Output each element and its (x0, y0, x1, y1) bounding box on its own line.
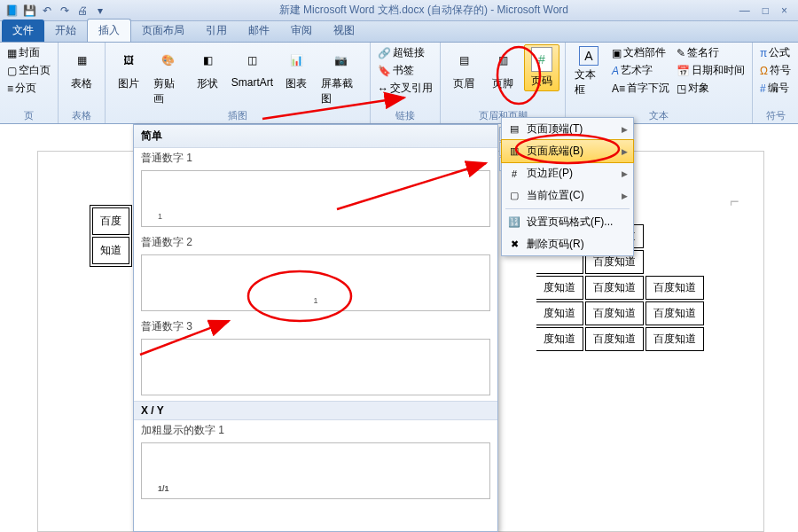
submenu-arrow-icon: ▶ (622, 192, 628, 200)
footer-icon: ▥ (489, 46, 517, 74)
dropcap-button[interactable]: A≡首字下沉 (610, 80, 671, 97)
object-icon: ◳ (677, 82, 686, 95)
maximize-button[interactable]: □ (763, 4, 769, 17)
chart-button[interactable]: 📊图表 (278, 44, 314, 93)
gallery-section-xy: X / Y (134, 401, 497, 420)
page-number-gallery: ▲ ▼ ≡ 简单 普通数字 1 1 普通数字 2 1 普通数字 3 X / Y … (133, 124, 498, 532)
calendar-icon: 📅 (677, 65, 690, 77)
doc-table-left[interactable]: 百度 知道 (90, 205, 132, 267)
close-button[interactable]: × (781, 4, 787, 17)
minimize-button[interactable]: — (739, 4, 750, 17)
ribbon: ▦封面 ▢空白页 ≡分页 页 ▦表格 表格 🖼图片 🎨剪贴画 ◧形状 ◫Smar… (0, 43, 798, 124)
table-button[interactable]: ▦表格 (64, 44, 99, 93)
cell[interactable]: 百度知道 (645, 327, 704, 351)
hyperlink-button[interactable]: 🔗超链接 (376, 44, 434, 61)
cell[interactable]: 百度知道 (585, 327, 644, 351)
cell[interactable]: 度知道 (536, 276, 583, 300)
menu-format-page-numbers[interactable]: 🔢设置页码格式(F)... (502, 211, 633, 233)
signature-icon: ✎ (677, 47, 685, 59)
redo-icon[interactable]: ↷ (57, 3, 73, 19)
gallery-item-plain2[interactable]: 1 (141, 254, 490, 311)
save-icon[interactable]: 💾 (21, 3, 37, 19)
tab-view[interactable]: 视图 (323, 20, 365, 42)
undo-icon[interactable]: ↶ (39, 3, 55, 19)
equation-button[interactable]: π公式 (758, 44, 793, 61)
footer-button[interactable]: ▥页脚 (485, 44, 520, 93)
tab-layout[interactable]: 页面布局 (131, 20, 195, 42)
tab-references[interactable]: 引用 (195, 20, 238, 42)
wordart-button[interactable]: A艺术字 (610, 62, 671, 79)
pi-icon: π (760, 47, 767, 59)
shapes-icon: ◧ (193, 46, 222, 74)
dropcap-icon: A≡ (612, 82, 625, 95)
page-corner-mark: ⌐ (730, 192, 739, 211)
cell[interactable]: 知道 (92, 237, 129, 264)
menu-top-of-page[interactable]: ▤页面顶端(T)▶ (502, 118, 633, 140)
menu-page-margins[interactable]: #页边距(P)▶ (502, 162, 633, 184)
screenshot-button[interactable]: 📷屏幕截图 (317, 44, 364, 108)
smartart-button[interactable]: ◫SmartArt (229, 44, 275, 90)
cell[interactable]: 百度知道 (645, 276, 704, 300)
datetime-button[interactable]: 📅日期和时间 (675, 62, 747, 79)
wordart-icon: A (612, 65, 619, 77)
gallery-item-label: 普通数字 2 (134, 232, 497, 253)
camera-icon: 📷 (327, 46, 356, 74)
cell[interactable]: 百度知道 (585, 301, 644, 325)
picture-icon: 🖼 (114, 46, 143, 74)
symbol-button[interactable]: Ω符号 (758, 62, 793, 79)
clipart-button[interactable]: 🎨剪贴画 (150, 44, 186, 108)
header-button[interactable]: ▤页眉 (446, 44, 481, 93)
gallery-item-label: 普通数字 3 (134, 317, 497, 337)
omega-icon: Ω (760, 65, 768, 77)
clipart-icon: 🎨 (154, 46, 183, 74)
page-icon: ▢ (7, 65, 17, 77)
cell[interactable]: 百度 (92, 207, 129, 235)
textbox-button[interactable]: A文本框 (571, 44, 606, 99)
gallery-item-plain3[interactable] (141, 339, 490, 395)
crossref-button[interactable]: ↔交叉引用 (376, 80, 434, 97)
submenu-arrow-icon: ▶ (622, 169, 628, 178)
signature-button[interactable]: ✎签名行 (675, 44, 747, 61)
gallery-section-simple: 简单 (134, 125, 497, 148)
qat-customize-icon[interactable]: ▾ (92, 3, 108, 19)
bookmark-button[interactable]: 🔖书签 (376, 62, 434, 79)
cover-page-button[interactable]: ▦封面 (5, 44, 52, 61)
number-button[interactable]: #编号 (758, 80, 793, 97)
smartart-icon: ◫ (238, 46, 266, 74)
quickparts-button[interactable]: ▣文档部件 (610, 44, 671, 61)
gallery-item-plain1[interactable]: 1 (141, 170, 490, 227)
print-icon[interactable]: 🖨 (74, 3, 90, 19)
tab-file[interactable]: 文件 (2, 20, 44, 42)
cell[interactable]: 百度知道 (645, 301, 704, 325)
picture-button[interactable]: 🖼图片 (111, 44, 146, 93)
cell[interactable]: 度知道 (536, 327, 583, 351)
tab-insert[interactable]: 插入 (87, 19, 131, 42)
page-number-button[interactable]: #页码 (524, 44, 559, 91)
cell[interactable]: 百度知道 (585, 276, 644, 300)
group-tables: ▦表格 表格 (59, 43, 106, 123)
cell[interactable]: 度知道 (536, 301, 583, 325)
menu-current-position[interactable]: ▢当前位置(C)▶ (502, 184, 633, 207)
remove-icon: ✖ (507, 238, 521, 252)
chart-icon: 📊 (282, 46, 310, 74)
window-title: 新建 Microsoft Word 文档.docx (自动保存的) - Micr… (108, 3, 739, 18)
group-pages: ▦封面 ▢空白页 ≡分页 页 (0, 43, 59, 123)
object-button[interactable]: ◳对象 (675, 80, 747, 97)
blank-page-button[interactable]: ▢空白页 (5, 62, 52, 79)
tab-review[interactable]: 审阅 (280, 20, 323, 42)
shapes-button[interactable]: ◧形状 (190, 44, 225, 93)
menu-remove-page-numbers[interactable]: ✖删除页码(R) (502, 233, 633, 255)
gallery-item-bold1[interactable]: 1/1 (141, 442, 490, 499)
page-break-button[interactable]: ≡分页 (5, 80, 52, 97)
window-controls: — □ × (739, 4, 794, 17)
tab-mailings[interactable]: 邮件 (238, 20, 280, 42)
group-text: A文本框 ▣文档部件 A艺术字 A≡首字下沉 ✎签名行 📅日期和时间 ◳对象 文… (566, 43, 753, 123)
menu-bottom-of-page[interactable]: ▥页面底端(B)▶ (501, 139, 634, 163)
tab-home[interactable]: 开始 (44, 20, 87, 42)
textbox-icon: A (579, 46, 598, 66)
bookmark-icon: 🔖 (378, 65, 391, 77)
margin-icon: # (507, 167, 521, 181)
position-icon: ▢ (507, 189, 521, 203)
ribbon-tabs: 文件 开始 插入 页面布局 引用 邮件 审阅 视图 (0, 21, 798, 43)
format-icon: 🔢 (507, 215, 521, 230)
